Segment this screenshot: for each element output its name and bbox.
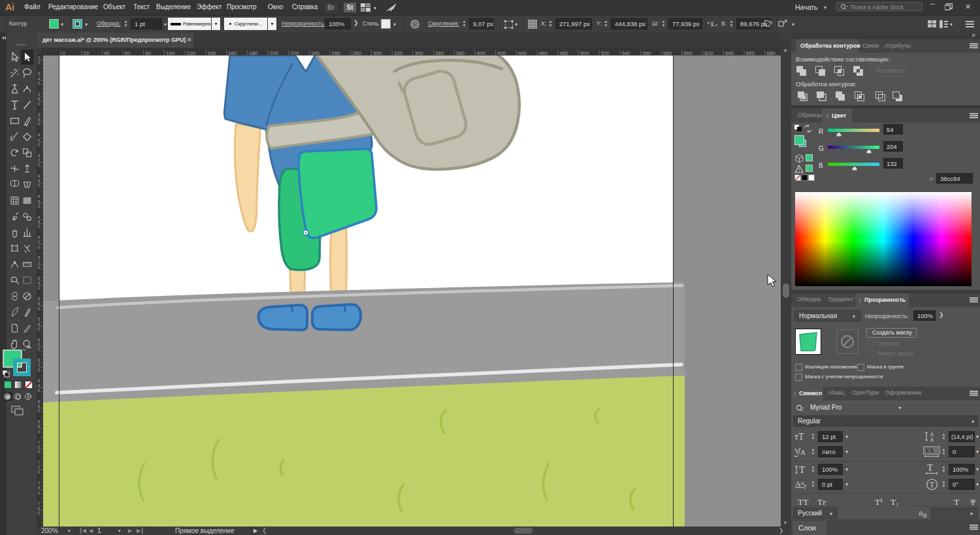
svg-text:6: 6	[38, 358, 41, 363]
svg-text:6: 6	[38, 338, 41, 342]
svg-text:5: 5	[38, 317, 41, 321]
svg-text:7: 7	[38, 440, 41, 445]
svg-text:0: 0	[38, 101, 41, 106]
svg-text:6: 6	[38, 404, 41, 408]
svg-text:0: 0	[38, 240, 41, 244]
svg-text:0: 0	[38, 511, 41, 515]
svg-text:a: a	[801, 479, 804, 486]
svg-text:6: 6	[38, 506, 41, 511]
svg-text:8: 8	[38, 424, 41, 429]
svg-text:4: 4	[38, 76, 41, 81]
svg-text:5: 5	[38, 276, 41, 281]
svg-text:0: 0	[38, 224, 41, 229]
svg-text:4: 4	[38, 383, 41, 388]
svg-text:0: 0	[38, 327, 41, 331]
svg-text:0: 0	[38, 342, 41, 347]
svg-text:0: 0	[38, 491, 41, 495]
svg-text:6: 6	[38, 399, 41, 404]
svg-text:3: 3	[38, 92, 41, 97]
svg-text:0: 0	[38, 429, 41, 434]
svg-text:4: 4	[38, 281, 41, 285]
svg-text:5: 5	[38, 255, 41, 260]
svg-text:4: 4	[38, 178, 41, 183]
svg-text:0: 0	[38, 183, 41, 187]
svg-text:T: T	[799, 464, 805, 475]
svg-text:0: 0	[38, 265, 41, 270]
svg-text:2: 2	[38, 261, 41, 265]
svg-text:0: 0	[38, 81, 41, 86]
svg-text:7: 7	[38, 502, 41, 506]
svg-text:2: 2	[38, 363, 41, 367]
svg-text:5: 5	[38, 235, 41, 240]
svg-text:0: 0	[38, 408, 41, 413]
svg-text:2: 2	[38, 56, 41, 60]
svg-text:4: 4	[38, 154, 41, 158]
svg-text:T: T	[930, 480, 935, 489]
svg-text:8: 8	[38, 322, 41, 327]
svg-text:T: T	[927, 463, 933, 473]
svg-text:4: 4	[38, 215, 41, 219]
svg-text:A: A	[795, 479, 801, 489]
svg-text:0: 0	[38, 368, 41, 372]
svg-text:7: 7	[38, 481, 41, 485]
svg-text:0: 0	[38, 138, 41, 142]
svg-text:0: 0	[38, 163, 41, 167]
svg-text:0: 0	[38, 122, 41, 126]
svg-text:0: 0	[38, 204, 41, 208]
svg-text:3: 3	[38, 112, 41, 117]
svg-text:0: 0	[38, 285, 41, 290]
svg-text:0: 0	[38, 388, 41, 393]
svg-text:0: 0	[38, 449, 41, 454]
svg-text:A: A	[800, 448, 806, 456]
svg-text:0: 0	[38, 142, 41, 147]
svg-text:3: 3	[38, 71, 41, 76]
svg-text:4: 4	[38, 194, 41, 199]
svg-text:6: 6	[38, 301, 41, 306]
svg-text:0: 0	[38, 347, 41, 351]
svg-text:6: 6	[38, 378, 41, 383]
svg-text:2: 2	[38, 158, 41, 163]
svg-text:8: 8	[38, 117, 41, 122]
svg-text:0: 0	[38, 470, 41, 474]
svg-text:0: 0	[38, 60, 41, 65]
svg-text:0: 0	[38, 245, 41, 250]
svg-text:A: A	[930, 436, 934, 442]
svg-text:4: 4	[38, 174, 41, 178]
svg-text:8: 8	[38, 219, 41, 224]
svg-text:6: 6	[38, 419, 41, 424]
svg-text:0: 0	[38, 445, 41, 449]
svg-text:4: 4	[38, 133, 41, 137]
svg-text:2: 2	[38, 465, 41, 470]
svg-text:6: 6	[38, 97, 41, 101]
svg-text:4: 4	[38, 485, 41, 490]
svg-text:0: 0	[38, 306, 41, 311]
svg-text:7: 7	[38, 461, 41, 465]
svg-text:6: 6	[38, 199, 41, 204]
svg-text:5: 5	[38, 297, 41, 301]
svg-text:VA: VA	[925, 447, 934, 454]
